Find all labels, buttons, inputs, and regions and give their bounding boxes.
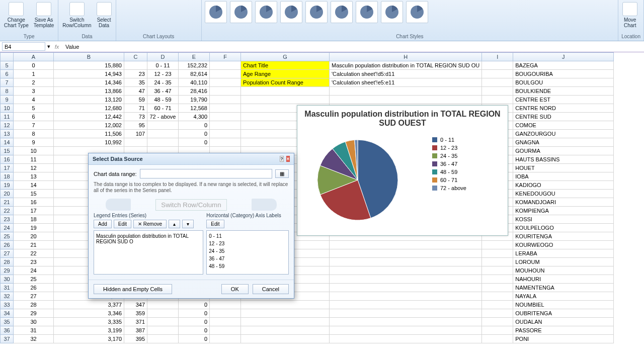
arrow-right-icon [252, 199, 277, 211]
axis-list-item[interactable]: 36 - 47 [208, 255, 287, 262]
dialog-help-button[interactable]: ? [280, 156, 284, 162]
pie-chart [297, 130, 428, 225]
switch-row-column-button[interactable]: SwitchRow/Column [61, 1, 92, 29]
arrow-left-icon [106, 199, 131, 211]
chart-data-range-input[interactable] [140, 169, 272, 178]
chart-style-thumb[interactable] [406, 1, 428, 23]
legend-item: 48 - 59 [432, 169, 466, 175]
chart-style-thumb[interactable] [356, 1, 378, 23]
axis-list-item[interactable]: 24 - 35 [208, 247, 287, 255]
chart-style-thumb[interactable] [305, 1, 328, 23]
series-list-item[interactable]: Masculin population distribution in TOTA… [96, 232, 201, 245]
chart-style-thumb[interactable] [255, 1, 277, 23]
name-box[interactable] [2, 42, 45, 51]
range-picker-icon[interactable]: ▦ [275, 169, 289, 178]
chart-styles-gallery[interactable] [205, 1, 615, 23]
chart-style-thumb[interactable] [331, 1, 353, 23]
chart-style-thumb[interactable] [280, 1, 302, 23]
ribbon-group-styles: Chart Styles [205, 33, 615, 40]
dialog-close-button[interactable]: × [286, 156, 290, 162]
save-as-template-button[interactable]: Save AsTemplate [33, 1, 55, 29]
axis-section-title: Horizontal (Category) Axis Labels [206, 213, 289, 218]
switch-row-column-dialog-button: Switch Row/Column [155, 199, 226, 211]
hidden-empty-cells-button[interactable]: Hidden and Empty Cells [94, 284, 172, 294]
axis-list-item[interactable]: 48 - 59 [208, 262, 287, 270]
chart-style-thumb[interactable] [381, 1, 403, 23]
axis-labels-list[interactable]: 0 - 1112 - 2324 - 3536 - 4748 - 59 [206, 230, 289, 275]
dropdown-icon[interactable]: ▾ [47, 43, 50, 50]
change-chart-type-button[interactable]: ChangeChart Type [3, 1, 30, 29]
legend-item: 24 - 35 [432, 153, 466, 159]
formula-bar: ▾ fx [0, 41, 644, 52]
series-move-down-button[interactable]: ▾ [182, 220, 194, 228]
legend-item: 0 - 11 [432, 137, 466, 143]
series-section-title: Legend Entries (Series) [94, 213, 203, 218]
ok-button[interactable]: OK [221, 284, 249, 294]
series-edit-button[interactable]: Edit [114, 220, 131, 228]
series-add-button[interactable]: Add [94, 220, 112, 228]
legend-item: 60 - 71 [432, 177, 466, 183]
legend-item: 36 - 47 [432, 161, 466, 167]
dialog-note: The data range is too complex to be disp… [94, 182, 289, 194]
series-list[interactable]: Masculin population distribution in TOTA… [94, 230, 203, 275]
embedded-chart[interactable]: Masculin population distribution in TOTA… [297, 105, 508, 236]
axis-edit-button[interactable]: Edit [206, 220, 224, 228]
axis-list-item[interactable]: 12 - 23 [208, 240, 287, 247]
select-data-button[interactable]: SelectData [96, 1, 113, 29]
ribbon-group-data: Data [61, 33, 112, 40]
series-remove-button[interactable]: ✕ Remove [133, 220, 167, 228]
ribbon-group-location: Location [621, 33, 640, 40]
series-move-up-button[interactable]: ▴ [169, 220, 180, 228]
fx-icon[interactable]: fx [52, 44, 61, 50]
select-data-source-dialog: Select Data Source ? × Chart data range:… [88, 153, 294, 299]
cancel-button[interactable]: Cancel [253, 284, 289, 294]
chart-style-thumb[interactable] [230, 1, 252, 23]
legend-item: 72 - above [432, 185, 466, 191]
chart-data-range-label: Chart data range: [94, 171, 137, 177]
legend-item: 12 - 23 [432, 145, 466, 151]
ribbon-group-layouts: Chart Layouts [119, 33, 198, 40]
dialog-title: Select Data Source [93, 156, 143, 162]
ribbon: ChangeChart Type Save AsTemplate Type Sw… [0, 0, 644, 41]
chart-legend: 0 - 1112 - 2324 - 3536 - 4748 - 5960 - 7… [428, 130, 470, 225]
axis-list-item[interactable]: 0 - 11 [208, 232, 287, 240]
formula-input[interactable] [63, 42, 642, 51]
move-chart-button[interactable]: MoveChart [621, 1, 638, 29]
worksheet[interactable]: ABCDEFGHIJ5015,8800 - 11152,232Chart Tit… [0, 52, 644, 362]
chart-style-thumb[interactable] [205, 1, 227, 23]
ribbon-group-type: Type [3, 33, 55, 40]
chart-title: Masculin population distribution in TOTA… [297, 106, 508, 130]
